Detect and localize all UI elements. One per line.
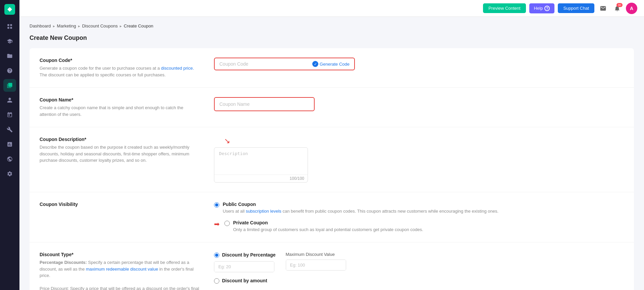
sidebar-item-help[interactable] (3, 64, 16, 77)
percentage-input[interactable] (214, 262, 274, 272)
generate-code-button[interactable]: ✓ Generate Code (312, 61, 350, 67)
private-coupon-row: ➡ Private Coupon Only a limited group of… (214, 220, 624, 233)
private-coupon-content: Private Coupon Only a limited group of c… (233, 220, 423, 233)
email-icon-button[interactable] (598, 3, 608, 14)
discount-type-label-col: Discount Type* Percentage Discounts: Spe… (40, 252, 201, 290)
discount-amount-radio[interactable] (214, 278, 219, 284)
breadcrumb: Dashboard ▸ Marketing ▸ Discount Coupons… (30, 23, 634, 28)
discount-type-label: Discount Type* (40, 252, 201, 257)
notifications-icon-button[interactable]: 30 (612, 3, 623, 14)
discount-percentage-label: Discount by Percentage (222, 252, 276, 258)
app-logo[interactable] (4, 4, 15, 15)
sidebar-item-reports[interactable] (3, 138, 16, 151)
help-button[interactable]: Help ? (529, 3, 555, 13)
max-discount-input-wrapper: ₹ (286, 260, 346, 271)
coupon-code-label-col: Coupon Code* Generate a coupon code for … (40, 58, 201, 78)
coupon-description-input-col: ↘ 100/100 (214, 137, 624, 183)
arrow-down-icon: ↘ (224, 137, 624, 145)
notification-badge: 30 (616, 3, 623, 7)
coupon-visibility-label: Coupon Visibility (40, 202, 201, 207)
discount-amount-option: Discount by amount (214, 278, 624, 284)
main-wrapper: Preview Content Help ? Support Chat 30 A… (19, 0, 644, 290)
sidebar-item-marketing[interactable] (3, 79, 16, 92)
breadcrumb-sep-2: ▸ (78, 24, 80, 28)
coupon-description-row: Coupon Description* Describe the coupon … (30, 127, 634, 192)
topbar: Preview Content Help ? Support Chat 30 A (19, 0, 644, 17)
coupon-code-row: Coupon Code* Generate a coupon code for … (30, 48, 634, 88)
coupon-name-label: Coupon Name* (40, 97, 201, 102)
user-avatar[interactable]: A (626, 3, 637, 14)
breadcrumb-marketing[interactable]: Marketing (57, 23, 76, 28)
public-coupon-radio[interactable] (214, 202, 219, 208)
private-coupon-option: Private Coupon Only a limited group of c… (224, 220, 423, 233)
arrow-right-icon: ➡ (214, 220, 220, 228)
coupon-code-label: Coupon Code* (40, 58, 201, 63)
coupon-name-wrapper (214, 97, 315, 111)
coupon-description-desc: Describe the coupon based on the purpose… (40, 144, 201, 164)
coupon-name-row: Coupon Name* Create a catchy coupon name… (30, 88, 634, 127)
svg-rect-3 (10, 27, 12, 29)
public-coupon-desc: Users at all subscription levels can ben… (223, 208, 498, 215)
percentage-input-wrapper: % (214, 261, 274, 272)
create-coupon-card: Coupon Code* Generate a coupon code for … (30, 48, 634, 290)
sidebar-item-calendar[interactable] (3, 108, 16, 121)
coupon-name-input-col (214, 97, 624, 111)
breadcrumb-discount-coupons[interactable]: Discount Coupons (82, 23, 118, 28)
discount-amount-label: Discount by amount (222, 278, 267, 283)
discount-type-input-col: Discount by Percentage % Maximum Discoun… (214, 252, 624, 284)
svg-rect-1 (10, 24, 12, 26)
breadcrumb-dashboard[interactable]: Dashboard (30, 23, 51, 28)
discount-type-row: Discount Type* Percentage Discounts: Spe… (30, 242, 634, 290)
max-discount-label: Maximum Discount Value (286, 252, 346, 257)
preview-content-button[interactable]: Preview Content (483, 3, 526, 13)
private-coupon-desc: Only a limited group of customers such a… (233, 226, 423, 233)
discount-percentage-row: Discount by Percentage % Maximum Discoun… (214, 252, 624, 272)
coupon-visibility-label-col: Coupon Visibility (40, 202, 201, 209)
discount-percentage-option: Discount by Percentage % (214, 252, 276, 272)
sidebar-item-files[interactable] (3, 50, 16, 62)
description-textarea[interactable] (214, 148, 308, 174)
sidebar-item-settings[interactable] (3, 167, 16, 180)
support-chat-button[interactable]: Support Chat (558, 3, 594, 13)
svg-rect-2 (7, 27, 9, 29)
breadcrumb-sep-3: ▸ (120, 24, 122, 28)
coupon-description-label: Coupon Description* (40, 137, 201, 142)
coupon-visibility-input-col: Public Coupon Users at all subscription … (214, 202, 624, 233)
max-discount-input[interactable] (286, 260, 346, 270)
page-content: Dashboard ▸ Marketing ▸ Discount Coupons… (19, 17, 644, 290)
coupon-visibility-row: Coupon Visibility Public Coupon Users at… (30, 192, 634, 242)
max-discount-col: Maximum Discount Value ₹ (286, 252, 346, 271)
private-coupon-radio[interactable] (224, 221, 230, 226)
page-title: Create New Coupon (30, 34, 634, 42)
public-coupon-option: Public Coupon Users at all subscription … (214, 202, 624, 215)
coupon-code-input[interactable] (219, 61, 309, 67)
coupon-code-input-col: ✓ Generate Code (214, 58, 624, 70)
coupon-name-label-col: Coupon Name* Create a catchy coupon name… (40, 97, 201, 118)
sidebar-item-courses[interactable] (3, 35, 16, 48)
discount-type-desc: Percentage Discounts: Specify a certain … (40, 259, 201, 290)
coupon-name-input[interactable] (219, 101, 309, 107)
svg-rect-0 (7, 24, 9, 26)
coupon-name-desc: Create a catchy coupon name that is simp… (40, 104, 201, 118)
description-wrapper: 100/100 (214, 147, 308, 183)
help-label: Help (534, 6, 543, 11)
sidebar-item-users[interactable] (3, 94, 16, 106)
breadcrumb-create-coupon: Create Coupon (124, 23, 153, 28)
public-coupon-content: Public Coupon Users at all subscription … (223, 202, 498, 215)
help-icon: ? (544, 6, 550, 11)
coupon-description-label-col: Coupon Description* Describe the coupon … (40, 137, 201, 164)
generate-code-icon: ✓ (312, 61, 318, 67)
private-coupon-label: Private Coupon (233, 220, 423, 225)
coupon-code-desc: Generate a coupon code for the user to p… (40, 65, 201, 78)
sidebar-item-tools[interactable] (3, 123, 16, 136)
breadcrumb-sep-1: ▸ (53, 24, 55, 28)
sidebar (0, 0, 19, 290)
public-coupon-label: Public Coupon (223, 202, 498, 207)
coupon-code-wrapper: ✓ Generate Code (214, 58, 355, 70)
sidebar-item-dashboard[interactable] (3, 20, 16, 33)
sidebar-item-global[interactable] (3, 153, 16, 165)
discount-percentage-radio[interactable] (214, 252, 219, 258)
generate-code-label: Generate Code (320, 62, 350, 67)
char-count: 100/100 (214, 174, 308, 182)
